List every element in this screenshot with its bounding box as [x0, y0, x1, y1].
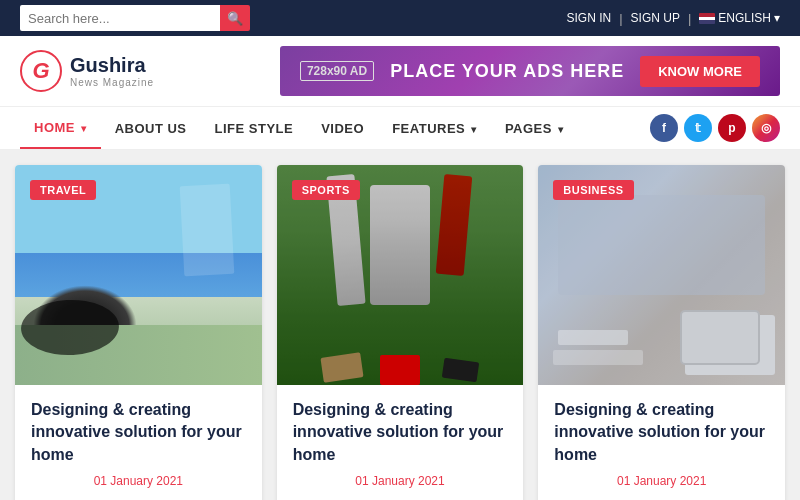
- cards-grid: TRAVEL Designing & creating innovative s…: [15, 165, 785, 500]
- nav-link-video[interactable]: VIDEO: [307, 109, 378, 148]
- divider-1: |: [619, 11, 622, 26]
- card-body-business: Designing & creating innovative solution…: [538, 385, 785, 500]
- search-input[interactable]: [20, 5, 220, 31]
- card-travel[interactable]: TRAVEL Designing & creating innovative s…: [15, 165, 262, 500]
- pinterest-button[interactable]: p: [718, 114, 746, 142]
- language-arrow: ▾: [774, 11, 780, 25]
- divider-2: |: [688, 11, 691, 26]
- facebook-button[interactable]: f: [650, 114, 678, 142]
- nav-link-home[interactable]: HOME ▾: [20, 108, 101, 149]
- instagram-button[interactable]: ◎: [752, 114, 780, 142]
- cards-section: TRAVEL Designing & creating innovative s…: [0, 150, 800, 500]
- ad-banner: 728x90 AD PLACE YOUR ADS HERE KNOW MORE: [280, 46, 780, 96]
- nav-links: HOME ▾ ABOUT US LIFE STYLE VIDEO FEATURE…: [20, 108, 578, 149]
- nav-item-pages[interactable]: PAGES ▾: [491, 109, 578, 148]
- card-title-travel: Designing & creating innovative solution…: [31, 399, 246, 466]
- logo-icon: G: [20, 50, 62, 92]
- twitter-button[interactable]: 𝕥: [684, 114, 712, 142]
- nav-item-about[interactable]: ABOUT US: [101, 109, 201, 148]
- card-body-sports: Designing & creating innovative solution…: [277, 385, 524, 500]
- card-body-travel: Designing & creating innovative solution…: [15, 385, 262, 500]
- card-sports[interactable]: SPORTS Designing & creating innovative s…: [277, 165, 524, 500]
- ad-text: PLACE YOUR ADS HERE: [390, 61, 624, 82]
- card-image-travel: TRAVEL: [15, 165, 262, 385]
- flag-icon: [699, 13, 715, 24]
- ad-size-label: 728x90 AD: [300, 61, 374, 81]
- nav-socials: f 𝕥 p ◎: [650, 114, 780, 142]
- logo-area: G Gushira News Magazine: [20, 50, 154, 92]
- nav-bar: HOME ▾ ABOUT US LIFE STYLE VIDEO FEATURE…: [0, 106, 800, 150]
- nav-link-features[interactable]: FEATURES ▾: [378, 109, 491, 148]
- card-image-sports: SPORTS: [277, 165, 524, 385]
- nav-item-video[interactable]: VIDEO: [307, 109, 378, 148]
- nav-item-lifestyle[interactable]: LIFE STYLE: [201, 109, 308, 148]
- card-title-business: Designing & creating innovative solution…: [554, 399, 769, 466]
- sign-in-link[interactable]: SIGN IN: [567, 11, 612, 25]
- language-selector[interactable]: ENGLISH ▾: [699, 11, 780, 25]
- nav-link-pages[interactable]: PAGES ▾: [491, 109, 578, 148]
- search-button[interactable]: 🔍: [220, 5, 250, 31]
- logo-subtitle: News Magazine: [70, 77, 154, 88]
- category-tag-sports: SPORTS: [292, 180, 360, 200]
- card-business[interactable]: BUSINESS Designing & creating innovative…: [538, 165, 785, 500]
- search-form[interactable]: 🔍: [20, 5, 250, 31]
- top-bar: 🔍 SIGN IN | SIGN UP | ENGLISH ▾: [0, 0, 800, 36]
- logo-ad-row: G Gushira News Magazine 728x90 AD PLACE …: [0, 36, 800, 106]
- category-tag-business: BUSINESS: [553, 180, 633, 200]
- language-label: ENGLISH: [718, 11, 771, 25]
- sign-up-link[interactable]: SIGN UP: [631, 11, 680, 25]
- card-date-business: 01 January 2021: [554, 474, 769, 488]
- know-more-button[interactable]: KNOW MORE: [640, 56, 760, 87]
- logo-text: Gushira News Magazine: [70, 54, 154, 88]
- card-image-business: BUSINESS: [538, 165, 785, 385]
- nav-link-about[interactable]: ABOUT US: [101, 109, 201, 148]
- category-tag-travel: TRAVEL: [30, 180, 96, 200]
- card-title-sports: Designing & creating innovative solution…: [293, 399, 508, 466]
- logo-name: Gushira: [70, 54, 154, 77]
- nav-item-home[interactable]: HOME ▾: [20, 108, 101, 149]
- nav-link-lifestyle[interactable]: LIFE STYLE: [201, 109, 308, 148]
- card-date-travel: 01 January 2021: [31, 474, 246, 488]
- card-date-sports: 01 January 2021: [293, 474, 508, 488]
- nav-item-features[interactable]: FEATURES ▾: [378, 109, 491, 148]
- top-right-nav: SIGN IN | SIGN UP | ENGLISH ▾: [567, 11, 780, 26]
